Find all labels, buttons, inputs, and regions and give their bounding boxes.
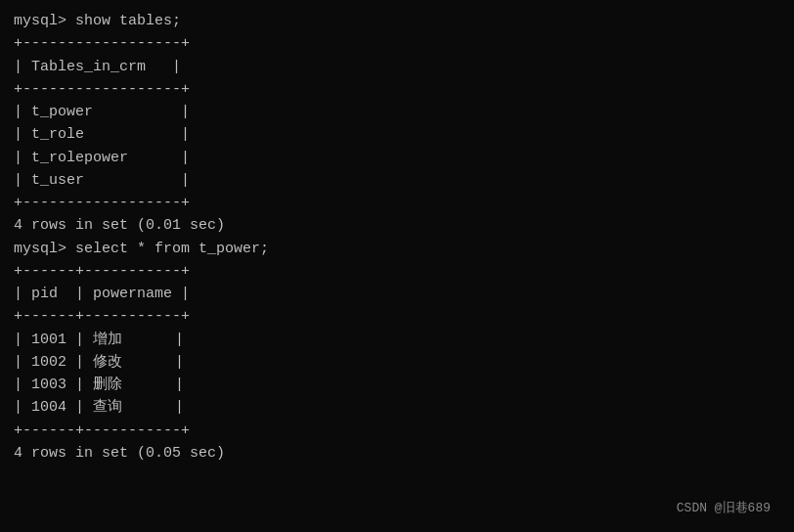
terminal-line-border5: +------+-----------+ xyxy=(14,305,780,328)
terminal-line-border4: +------+-----------+ xyxy=(14,260,780,283)
terminal-line-border3: +------------------+ xyxy=(14,192,780,214)
terminal-line-drow1: | 1001 | 增加 | xyxy=(14,329,780,351)
terminal-line-header1: | Tables_in_crm | xyxy=(14,56,780,78)
terminal-line-header2: | pid | powername | xyxy=(14,283,780,305)
terminal-line-row1: | t_power | xyxy=(14,101,780,123)
terminal: mysql> show tables;+------------------+|… xyxy=(14,10,780,522)
terminal-line-border2: +------------------+ xyxy=(14,78,780,101)
watermark: CSDN @旧巷689 xyxy=(677,499,771,516)
terminal-line-border1: +------------------+ xyxy=(14,32,780,55)
terminal-line-result2: 4 rows in set (0.05 sec) xyxy=(14,442,780,465)
terminal-line-cmd2: mysql> select * from t_power; xyxy=(14,238,780,260)
terminal-line-result1: 4 rows in set (0.01 sec) xyxy=(14,214,780,237)
terminal-line-cmd1: mysql> show tables; xyxy=(14,10,780,32)
terminal-line-drow4: | 1004 | 查询 | xyxy=(14,396,780,419)
terminal-line-row3: | t_rolepower | xyxy=(14,147,780,169)
terminal-line-row2: | t_role | xyxy=(14,123,780,146)
terminal-line-drow3: | 1003 | 删除 | xyxy=(14,374,780,396)
terminal-line-drow2: | 1002 | 修改 | xyxy=(14,351,780,374)
terminal-line-row4: | t_user | xyxy=(14,169,780,192)
terminal-line-border6: +------+-----------+ xyxy=(14,420,780,442)
